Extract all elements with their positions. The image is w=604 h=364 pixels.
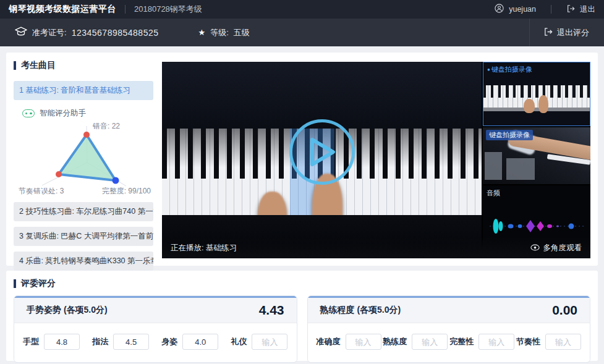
level-value: 五级 <box>234 27 250 38</box>
gesture-score-card: 手势姿势 (各项5.0分) 4.43 手型 指法 身姿 <box>14 295 297 363</box>
input-proficiency[interactable] <box>412 334 448 350</box>
input-posture[interactable] <box>182 334 218 350</box>
exit-scoring-button[interactable]: 退出评分 <box>529 19 589 46</box>
input-accuracy[interactable] <box>346 334 381 350</box>
field-label-hand-shape: 手型 <box>23 336 39 347</box>
field-label-fingering: 指法 <box>92 336 108 347</box>
input-fingering[interactable] <box>113 334 149 350</box>
gesture-card-score: 4.43 <box>259 303 284 318</box>
divider <box>125 5 125 14</box>
proficiency-card-score: 0.00 <box>552 303 577 318</box>
pip1-keyboard <box>483 85 590 108</box>
star-icon: ★ <box>198 28 206 37</box>
scoring-title: 评委评分 <box>14 278 590 289</box>
field-label-etiquette: 礼仪 <box>231 336 247 347</box>
live-dot-icon: ● <box>487 67 490 72</box>
app-title: 钢琴视频考级数据运营平台 <box>9 4 116 15</box>
song-list-title: 考生曲目 <box>14 60 153 71</box>
pip-keyboard-top-view[interactable]: ●键盘拍摄录像 <box>483 62 590 126</box>
playlist-item-2[interactable]: 2 技巧性练习曲: 车尔尼练习曲740 第一首 <box>14 202 153 221</box>
field-label-proficiency: 熟练度 <box>383 336 407 347</box>
pip2-background-block <box>485 152 502 179</box>
gesture-card-title: 手势姿势 (各项5.0分) <box>27 305 108 316</box>
input-hand-shape[interactable] <box>44 334 80 350</box>
pip-keyboard-side-view[interactable]: 键盘拍摄录像 <box>483 127 590 184</box>
main-video-view[interactable] <box>162 62 482 258</box>
logout-icon <box>543 27 553 38</box>
now-playing-text: 正在播放: 基础练习 <box>171 243 237 253</box>
judge-scoring-panel: 评委评分 手势姿势 (各项5.0分) 4.43 手型 指法 <box>6 271 598 361</box>
input-etiquette[interactable] <box>252 334 287 350</box>
radar-svg <box>14 121 153 197</box>
field-label-accuracy: 准确度 <box>317 336 341 347</box>
logout-button[interactable]: 退出 <box>580 4 595 15</box>
radar-label-completeness: 完整度: 99/100 <box>102 186 151 197</box>
exam-info-bar: 准考证号: 12345678985488525 ★ 等级: 五级 退出评分 <box>0 19 604 46</box>
robot-icon <box>22 109 35 117</box>
ticket-label: 准考证号: <box>32 27 67 38</box>
pip1-hand-right <box>538 95 548 113</box>
graduation-cap-icon <box>15 27 27 38</box>
exit-scoring-label: 退出评分 <box>557 27 589 38</box>
video-player: ●键盘拍摄录像 键盘拍摄录像 音频 <box>162 62 590 258</box>
radar-label-rhythm-errors: 节奏错误处: 3 <box>19 186 64 197</box>
ticket-number: 12345678985488525 <box>72 28 159 38</box>
username: yuejuan <box>509 5 536 14</box>
radar-chart: 错音: 22 节奏错误处: 3 完整度: 99/100 <box>14 121 153 197</box>
proficiency-card-title: 熟练程度 (各项5.0分) <box>320 305 401 316</box>
ai-assistant-label: 智能评分助手 <box>22 108 153 119</box>
eye-icon <box>530 244 540 253</box>
pip2-background-block <box>506 158 534 180</box>
field-label-rhythm: 节奏性 <box>516 336 540 347</box>
audio-label: 音频 <box>487 188 500 198</box>
field-label-posture: 身姿 <box>161 336 177 347</box>
title-accent-bar <box>14 61 16 70</box>
playlist-item-1[interactable]: 1 基础练习: 音阶和琶音基础练习 <box>14 81 153 100</box>
logout-icon <box>566 4 575 15</box>
pip2-label: 键盘拍摄录像 <box>486 130 533 140</box>
play-icon <box>308 137 336 167</box>
audio-waveform <box>488 211 585 241</box>
proficiency-score-card: 熟练程度 (各项5.0分) 0.00 准确度 熟练度 完整性 <box>307 295 591 363</box>
camera-angle-column: ●键盘拍摄录像 键盘拍摄录像 音频 <box>483 62 590 258</box>
input-rhythm[interactable] <box>545 334 581 350</box>
title-accent-bar <box>14 279 16 288</box>
song-list-sidebar: 考生曲目 1 基础练习: 音阶和琶音基础练习 智能评分助手 错音: 22 <box>14 60 153 258</box>
divider <box>551 5 551 14</box>
level-label: 等级: <box>210 27 229 38</box>
exam-panel: 考生曲目 1 基础练习: 音阶和琶音基础练习 智能评分助手 错音: 22 <box>6 53 598 266</box>
multi-angle-button[interactable]: 多角度观看 <box>530 243 582 253</box>
play-button[interactable] <box>289 119 355 185</box>
input-completeness[interactable] <box>479 334 514 350</box>
top-bar: 钢琴视频考级数据运营平台 20180728钢琴考级 yuejuan 退出 <box>0 0 604 19</box>
pip1-label: ●键盘拍摄录像 <box>487 65 532 74</box>
session-title: 20180728钢琴考级 <box>134 4 202 15</box>
playlist-item-4[interactable]: 4 乐曲: 莫扎特钢琴奏鸣曲K330 第一乐章 <box>14 252 153 271</box>
pip1-key-edge <box>483 108 590 111</box>
pip1-hand-left <box>524 99 534 112</box>
field-label-completeness: 完整性 <box>449 336 474 347</box>
video-status-bar: 正在播放: 基础练习 多角度观看 <box>162 238 590 258</box>
playlist-item-3[interactable]: 3 复调乐曲: 巴赫C 大调平均律第一首前奏曲 <box>14 227 153 246</box>
radar-label-wrong-notes: 错音: 22 <box>93 121 120 132</box>
user-icon <box>495 4 504 15</box>
